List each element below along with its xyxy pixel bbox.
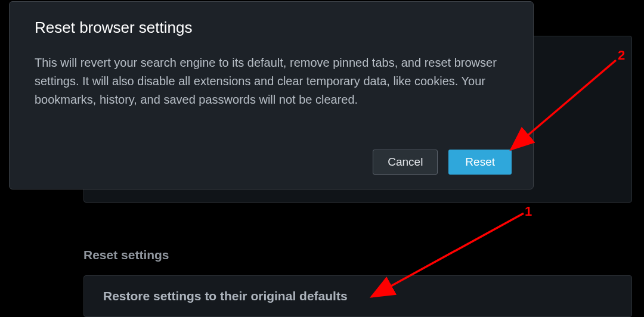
cancel-button[interactable]: Cancel xyxy=(373,150,438,175)
reset-settings-heading: Reset settings xyxy=(83,248,169,262)
reset-button[interactable]: Reset xyxy=(448,150,512,175)
restore-defaults-label: Restore settings to their original defau… xyxy=(103,289,348,303)
annotation-label-2: 2 xyxy=(618,48,625,63)
reset-browser-dialog: Reset browser settings This will revert … xyxy=(9,1,534,189)
dialog-title: Reset browser settings xyxy=(35,18,508,37)
dialog-button-row: Cancel Reset xyxy=(373,150,512,175)
dialog-body-text: This will revert your search engine to i… xyxy=(35,54,508,109)
annotation-label-1: 1 xyxy=(525,204,532,219)
restore-defaults-row[interactable]: Restore settings to their original defau… xyxy=(83,275,632,317)
